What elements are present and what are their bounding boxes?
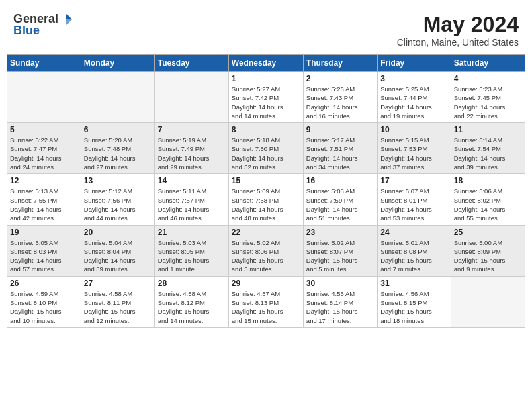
table-row: 29Sunrise: 4:57 AM Sunset: 8:13 PM Dayli… — [228, 276, 303, 327]
day-info: Sunrise: 5:08 AM Sunset: 7:59 PM Dayligh… — [306, 187, 374, 222]
table-row: 16Sunrise: 5:08 AM Sunset: 7:59 PM Dayli… — [303, 174, 377, 225]
day-number: 18 — [454, 176, 522, 185]
header-thursday: Thursday — [303, 55, 377, 72]
calendar-week-row: 12Sunrise: 5:13 AM Sunset: 7:55 PM Dayli… — [7, 174, 525, 225]
calendar-week-row: 26Sunrise: 4:59 AM Sunset: 8:10 PM Dayli… — [7, 276, 525, 327]
table-row — [7, 72, 81, 123]
day-info: Sunrise: 5:01 AM Sunset: 8:08 PM Dayligh… — [380, 238, 447, 274]
table-row: 24Sunrise: 5:01 AM Sunset: 8:08 PM Dayli… — [378, 225, 451, 276]
day-info: Sunrise: 5:00 AM Sunset: 8:09 PM Dayligh… — [454, 238, 522, 274]
logo-blue: Blue — [13, 24, 40, 38]
table-row: 14Sunrise: 5:11 AM Sunset: 7:57 PM Dayli… — [154, 174, 228, 225]
table-row: 11Sunrise: 5:14 AM Sunset: 7:54 PM Dayli… — [451, 123, 525, 174]
day-number: 30 — [306, 279, 374, 288]
day-number: 5 — [10, 125, 78, 134]
table-row: 21Sunrise: 5:03 AM Sunset: 8:05 PM Dayli… — [154, 225, 228, 276]
day-number: 17 — [380, 176, 447, 185]
table-row: 30Sunrise: 4:56 AM Sunset: 8:14 PM Dayli… — [303, 276, 377, 327]
day-number: 24 — [380, 228, 447, 237]
day-number: 7 — [158, 125, 226, 134]
day-number: 26 — [10, 279, 78, 288]
title-area: May 2024 Clinton, Maine, United States — [397, 12, 519, 48]
table-row: 20Sunrise: 5:04 AM Sunset: 8:04 PM Dayli… — [81, 225, 154, 276]
day-info: Sunrise: 5:18 AM Sunset: 7:50 PM Dayligh… — [232, 136, 300, 171]
table-row: 22Sunrise: 5:02 AM Sunset: 8:06 PM Dayli… — [228, 225, 303, 276]
calendar-header-row: Sunday Monday Tuesday Wednesday Thursday… — [7, 55, 525, 72]
day-info: Sunrise: 5:06 AM Sunset: 8:02 PM Dayligh… — [454, 187, 522, 222]
header-sunday: Sunday — [7, 55, 81, 72]
day-info: Sunrise: 4:58 AM Sunset: 8:11 PM Dayligh… — [84, 289, 152, 325]
day-info: Sunrise: 5:15 AM Sunset: 7:53 PM Dayligh… — [380, 136, 447, 171]
table-row: 3Sunrise: 5:25 AM Sunset: 7:44 PM Daylig… — [378, 72, 451, 123]
table-row: 1Sunrise: 5:27 AM Sunset: 7:42 PM Daylig… — [228, 72, 303, 123]
day-info: Sunrise: 4:56 AM Sunset: 8:14 PM Dayligh… — [306, 289, 374, 325]
table-row: 18Sunrise: 5:06 AM Sunset: 8:02 PM Dayli… — [451, 174, 525, 225]
day-info: Sunrise: 5:27 AM Sunset: 7:42 PM Dayligh… — [232, 85, 300, 120]
table-row: 28Sunrise: 4:58 AM Sunset: 8:12 PM Dayli… — [154, 276, 228, 327]
day-info: Sunrise: 4:58 AM Sunset: 8:12 PM Dayligh… — [158, 289, 226, 325]
day-number: 25 — [454, 228, 522, 237]
day-info: Sunrise: 5:12 AM Sunset: 7:56 PM Dayligh… — [84, 187, 152, 222]
day-info: Sunrise: 4:57 AM Sunset: 8:13 PM Dayligh… — [232, 289, 300, 325]
day-number: 27 — [84, 279, 152, 288]
svg-marker-0 — [66, 14, 72, 19]
table-row — [81, 72, 154, 123]
day-number: 22 — [232, 228, 300, 237]
day-number: 4 — [454, 74, 522, 83]
table-row: 7Sunrise: 5:19 AM Sunset: 7:49 PM Daylig… — [154, 123, 228, 174]
location: Clinton, Maine, United States — [397, 37, 519, 48]
header-tuesday: Tuesday — [154, 55, 228, 72]
day-info: Sunrise: 5:02 AM Sunset: 8:06 PM Dayligh… — [232, 238, 300, 274]
day-number: 14 — [158, 176, 226, 185]
calendar-week-row: 5Sunrise: 5:22 AM Sunset: 7:47 PM Daylig… — [7, 123, 525, 174]
day-number: 23 — [306, 228, 374, 237]
svg-marker-1 — [66, 19, 72, 25]
day-info: Sunrise: 5:07 AM Sunset: 8:01 PM Dayligh… — [380, 187, 447, 222]
day-number: 13 — [84, 176, 152, 185]
day-info: Sunrise: 5:04 AM Sunset: 8:04 PM Dayligh… — [84, 238, 152, 274]
calendar-week-row: 19Sunrise: 5:05 AM Sunset: 8:03 PM Dayli… — [7, 225, 525, 276]
table-row: 25Sunrise: 5:00 AM Sunset: 8:09 PM Dayli… — [451, 225, 525, 276]
table-row: 19Sunrise: 5:05 AM Sunset: 8:03 PM Dayli… — [7, 225, 81, 276]
table-row: 4Sunrise: 5:23 AM Sunset: 7:45 PM Daylig… — [451, 72, 525, 123]
day-info: Sunrise: 5:13 AM Sunset: 7:55 PM Dayligh… — [10, 187, 78, 222]
day-info: Sunrise: 4:59 AM Sunset: 8:10 PM Dayligh… — [10, 289, 78, 325]
day-number: 9 — [306, 125, 374, 134]
day-info: Sunrise: 5:11 AM Sunset: 7:57 PM Dayligh… — [158, 187, 226, 222]
table-row: 13Sunrise: 5:12 AM Sunset: 7:56 PM Dayli… — [81, 174, 154, 225]
day-info: Sunrise: 5:05 AM Sunset: 8:03 PM Dayligh… — [10, 238, 78, 274]
table-row — [451, 276, 525, 327]
logo: General Blue — [13, 12, 73, 38]
day-number: 12 — [10, 176, 78, 185]
table-row: 27Sunrise: 4:58 AM Sunset: 8:11 PM Dayli… — [81, 276, 154, 327]
day-info: Sunrise: 5:17 AM Sunset: 7:51 PM Dayligh… — [306, 136, 374, 171]
day-number: 20 — [84, 228, 152, 237]
table-row: 15Sunrise: 5:09 AM Sunset: 7:58 PM Dayli… — [228, 174, 303, 225]
calendar-table: Sunday Monday Tuesday Wednesday Thursday… — [7, 54, 525, 328]
day-info: Sunrise: 5:19 AM Sunset: 7:49 PM Dayligh… — [158, 136, 226, 171]
page-header: General Blue May 2024 Clinton, Maine, Un… — [7, 7, 525, 50]
day-info: Sunrise: 5:26 AM Sunset: 7:43 PM Dayligh… — [306, 85, 374, 120]
table-row: 8Sunrise: 5:18 AM Sunset: 7:50 PM Daylig… — [228, 123, 303, 174]
day-info: Sunrise: 5:03 AM Sunset: 8:05 PM Dayligh… — [158, 238, 226, 274]
day-info: Sunrise: 4:56 AM Sunset: 8:15 PM Dayligh… — [380, 289, 447, 325]
table-row: 9Sunrise: 5:17 AM Sunset: 7:51 PM Daylig… — [303, 123, 377, 174]
table-row: 23Sunrise: 5:02 AM Sunset: 8:07 PM Dayli… — [303, 225, 377, 276]
header-monday: Monday — [81, 55, 154, 72]
day-number: 6 — [84, 125, 152, 134]
table-row: 12Sunrise: 5:13 AM Sunset: 7:55 PM Dayli… — [7, 174, 81, 225]
day-number: 16 — [306, 176, 374, 185]
day-number: 8 — [232, 125, 300, 134]
day-number: 19 — [10, 228, 78, 237]
day-number: 31 — [380, 279, 447, 288]
header-friday: Friday — [378, 55, 451, 72]
table-row: 17Sunrise: 5:07 AM Sunset: 8:01 PM Dayli… — [378, 174, 451, 225]
table-row: 26Sunrise: 4:59 AM Sunset: 8:10 PM Dayli… — [7, 276, 81, 327]
day-number: 10 — [380, 125, 447, 134]
day-number: 21 — [158, 228, 226, 237]
day-info: Sunrise: 5:25 AM Sunset: 7:44 PM Dayligh… — [380, 85, 447, 120]
day-info: Sunrise: 5:22 AM Sunset: 7:47 PM Dayligh… — [10, 136, 78, 171]
table-row — [154, 72, 228, 123]
header-saturday: Saturday — [451, 55, 525, 72]
day-number: 3 — [380, 74, 447, 83]
